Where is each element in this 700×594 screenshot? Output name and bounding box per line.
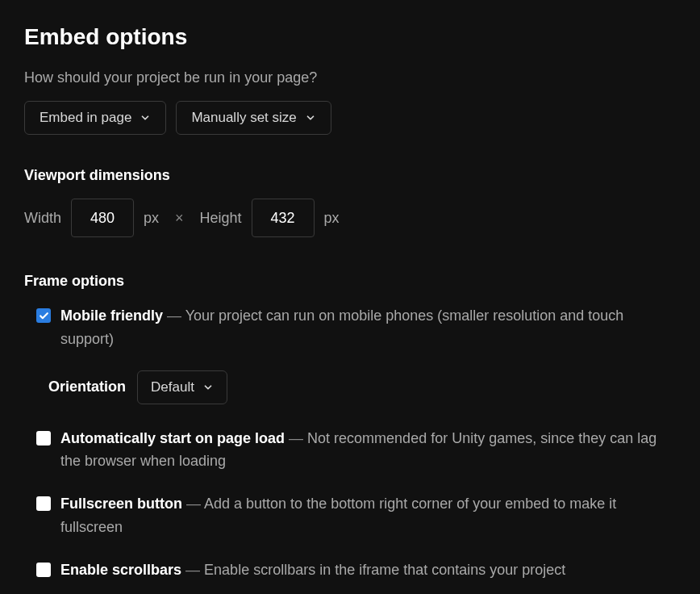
fullscreen-label: Fullscreen button [60,496,182,512]
autostart-text: Automatically start on page load — Not r… [60,427,676,474]
size-mode-dropdown[interactable]: Manually set size [176,101,331,135]
fullscreen-checkbox[interactable] [36,496,51,511]
dropdown-row: Embed in page Manually set size [24,101,676,135]
mobile-friendly-text: Mobile friendly — Your project can run o… [60,304,676,351]
height-unit: px [324,210,340,227]
embed-mode-dropdown[interactable]: Embed in page [24,101,166,135]
width-input[interactable] [71,199,134,237]
check-icon [39,311,49,321]
orientation-row: Orientation Default [24,370,676,404]
scrollbars-label: Enable scrollbars [60,562,181,578]
mobile-friendly-option: Mobile friendly — Your project can run o… [24,304,676,351]
embed-question: How should your project be run in your p… [24,69,676,86]
autostart-label: Automatically start on page load [60,430,285,446]
fullscreen-option: Fullscreen button — Add a button to the … [24,492,676,539]
orientation-dropdown[interactable]: Default [137,370,227,404]
width-unit: px [144,210,159,227]
autostart-option: Automatically start on page load — Not r… [24,427,676,474]
orientation-label: Orientation [48,379,126,395]
chevron-down-icon [140,112,151,123]
chevron-down-icon [202,382,214,393]
orientation-value: Default [151,379,194,395]
dash: — [182,496,204,512]
page-title: Embed options [24,24,676,50]
viewport-header: Viewport dimensions [24,167,676,184]
size-mode-value: Manually set size [191,110,296,126]
scrollbars-option: Enable scrollbars — Enable scrollbars in… [24,558,676,582]
times-symbol: × [175,210,184,227]
scrollbars-description: Enable scrollbars in the iframe that con… [204,562,565,578]
scrollbars-text: Enable scrollbars — Enable scrollbars in… [60,558,676,582]
dash: — [163,307,185,324]
chevron-down-icon [305,112,316,123]
frame-header: Frame options [24,273,676,290]
width-label: Width [24,210,61,227]
dimensions-row: Width px × Height px [24,199,676,237]
scrollbars-checkbox[interactable] [36,563,51,577]
dash: — [285,430,307,446]
fullscreen-text: Fullscreen button — Add a button to the … [60,492,676,539]
height-label: Height [200,210,242,227]
embed-mode-value: Embed in page [40,110,131,126]
mobile-friendly-label: Mobile friendly [60,307,163,324]
height-input[interactable] [252,199,315,237]
autostart-checkbox[interactable] [36,431,51,446]
mobile-friendly-checkbox[interactable] [36,308,51,323]
dash: — [181,562,204,578]
